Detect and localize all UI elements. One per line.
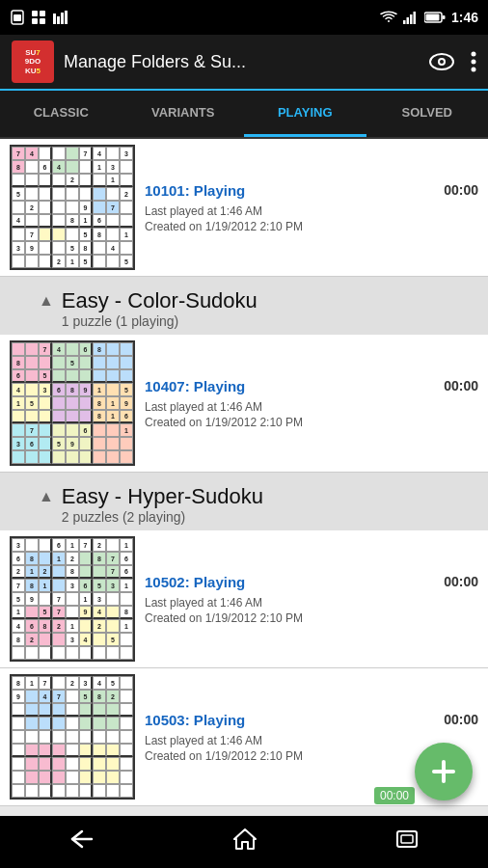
fab-button[interactable] <box>415 743 473 800</box>
puzzle-details-10407: 10407: Playing 00:00 Last played at 1:46… <box>145 378 478 429</box>
puzzle-item-10503[interactable]: 8172345947582 10503: Playing 00:00 Last … <box>0 668 488 806</box>
svg-rect-8 <box>61 13 64 24</box>
app-bar-actions <box>428 51 476 72</box>
sudoku-grid-10101: 7474386413215229748167581395842155 <box>10 145 135 270</box>
app-title: Manage Folders & Su... <box>64 52 419 72</box>
puzzle-last-played-10502: Last played at 1:46 AM <box>145 596 478 610</box>
svg-point-21 <box>472 60 476 65</box>
svg-rect-1 <box>14 14 21 21</box>
category-arrow-hyper-sudoku: ▲ <box>39 488 54 505</box>
home-button[interactable] <box>232 827 258 857</box>
svg-rect-4 <box>32 18 38 24</box>
more-vertical-icon[interactable] <box>471 51 476 72</box>
puzzle-time-10503: 00:00 <box>444 712 478 727</box>
puzzle-title-10503: 10503: Playing <box>145 712 245 728</box>
status-bar-right: 1:46 <box>380 10 478 25</box>
recents-button[interactable] <box>394 828 420 855</box>
category-count-hyper-sudoku: 2 puzzles (2 playing) <box>62 509 263 525</box>
grid-icon <box>31 10 46 25</box>
tab-solved[interactable]: SOLVED <box>366 91 489 137</box>
svg-rect-3 <box>40 11 45 16</box>
puzzle-created-10502: Created on 1/19/2012 2:10 PM <box>145 611 478 625</box>
status-time: 1:46 <box>451 10 478 25</box>
puzzle-time-10407: 00:00 <box>444 378 478 393</box>
bottom-nav <box>0 816 488 868</box>
signal-bars-icon <box>403 11 419 24</box>
back-button[interactable] <box>68 827 95 856</box>
app-logo: SU7 9DO KU5 <box>12 41 54 83</box>
status-bar-left <box>10 10 69 25</box>
puzzle-item-10502[interactable]: 3617216812876212876781365315971315794846… <box>0 530 488 668</box>
category-name-hyper-sudoku: Easy - Hyper-Sudoku <box>62 484 263 509</box>
puzzle-title-10407: 10407: Playing <box>145 378 245 394</box>
svg-rect-16 <box>442 15 445 19</box>
svg-point-19 <box>440 60 444 64</box>
status-bar: 1:46 <box>0 0 488 35</box>
svg-rect-5 <box>40 18 45 24</box>
puzzle-item-10101[interactable]: 7474386413215229748167581395842155 10101… <box>0 139 488 277</box>
category-header-color-sudoku: ▲ Easy - Color-Sudoku 1 puzzle (1 playin… <box>0 277 488 335</box>
puzzle-title-10502: 10502: Playing <box>145 574 245 590</box>
puzzle-last-played-10407: Last played at 1:46 AM <box>145 400 478 414</box>
eye-icon[interactable] <box>428 52 455 71</box>
svg-rect-15 <box>425 14 439 21</box>
puzzle-created-10101: Created on 1/19/2012 2:10 PM <box>145 220 478 233</box>
category-arrow-color-sudoku: ▲ <box>39 292 54 310</box>
svg-rect-24 <box>432 770 455 773</box>
puzzle-last-played-10101: Last played at 1:46 AM <box>145 204 478 218</box>
wifi-icon <box>380 11 397 24</box>
puzzle-title-10101: 10101: Playing <box>145 182 245 199</box>
battery-icon <box>424 12 446 23</box>
svg-rect-12 <box>410 14 413 24</box>
svg-rect-2 <box>32 11 38 16</box>
puzzle-created-10407: Created on 1/19/2012 2:10 PM <box>145 416 478 429</box>
sudoku-grid-10502: 3617216812876212876781365315971315794846… <box>10 536 135 662</box>
category-info-color-sudoku: Easy - Color-Sudoku 1 puzzle (1 playing) <box>62 288 258 329</box>
puzzle-details-10502: 10502: Playing 00:00 Last played at 1:46… <box>145 574 478 625</box>
category-name-color-sudoku: Easy - Color-Sudoku <box>62 288 258 313</box>
svg-rect-27 <box>401 835 413 843</box>
sudoku-grid-10503: 8172345947582 <box>10 674 135 800</box>
svg-point-22 <box>472 68 476 72</box>
svg-rect-9 <box>65 11 68 24</box>
sim-icon <box>10 10 25 25</box>
app-bar: SU7 9DO KU5 Manage Folders & Su... <box>0 35 488 91</box>
tab-bar: CLASSIC VARIANTS PLAYING SOLVED <box>0 91 488 139</box>
puzzle-last-played-10503: Last played at 1:46 AM <box>145 734 478 747</box>
svg-rect-26 <box>397 831 417 847</box>
puzzle-time-10502: 00:00 <box>444 574 478 589</box>
puzzle-details-10101: 10101: Playing 00:00 Last played at 1:46… <box>145 182 478 233</box>
main-content: 7474386413215229748167581395842155 10101… <box>0 139 488 816</box>
puzzle-item-10407[interactable]: 746885654368915158198167613659 10407: Pl… <box>0 335 488 473</box>
svg-rect-11 <box>406 17 409 24</box>
svg-rect-13 <box>413 12 416 24</box>
svg-rect-6 <box>53 14 56 24</box>
bars-icon <box>52 10 69 25</box>
puzzle-time-10101: 00:00 <box>444 182 478 198</box>
plus-icon <box>428 756 459 787</box>
svg-rect-7 <box>57 16 60 24</box>
sudoku-grid-10407: 746885654368915158198167613659 <box>10 340 135 466</box>
category-header-hyper-sudoku: ▲ Easy - Hyper-Sudoku 2 puzzles (2 playi… <box>0 473 488 530</box>
fab-timer: 00:00 <box>374 787 415 804</box>
svg-rect-10 <box>403 20 406 24</box>
category-count-color-sudoku: 1 puzzle (1 playing) <box>62 313 258 329</box>
category-info-hyper-sudoku: Easy - Hyper-Sudoku 2 puzzles (2 playing… <box>62 484 263 525</box>
svg-point-20 <box>472 52 476 57</box>
tab-variants[interactable]: VARIANTS <box>122 91 245 137</box>
tab-playing[interactable]: PLAYING <box>244 91 366 137</box>
tab-classic[interactable]: CLASSIC <box>0 91 122 137</box>
